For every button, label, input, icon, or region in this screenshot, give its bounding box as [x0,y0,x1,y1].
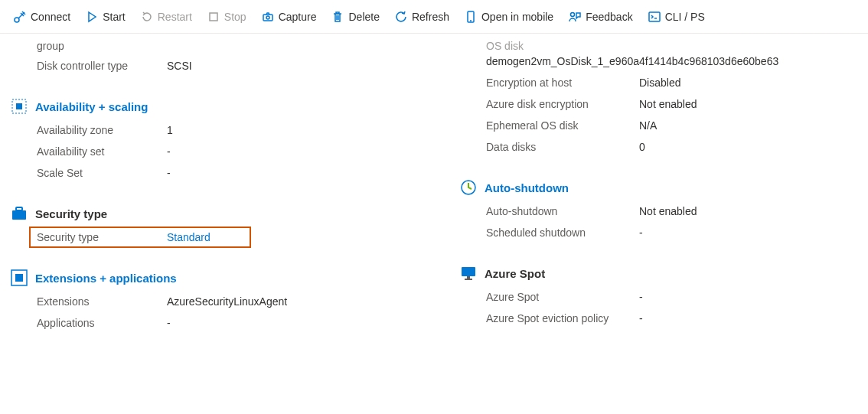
disk-controller-row: Disk controller type SCSI [37,55,437,77]
autoshutdown-value: Not enabled [639,205,860,217]
svg-rect-16 [467,276,470,279]
restart-button[interactable]: Restart [135,8,198,26]
security-type-value[interactable]: Standard [167,231,243,243]
restart-icon [141,11,153,23]
azure-spot-row: Azure Spot - [486,286,860,308]
monitor-icon [460,265,477,282]
stop-button[interactable]: Stop [201,8,253,26]
toolbar: Connect Start Restart Stop Capture Delet… [0,0,868,34]
svg-rect-1 [210,13,217,21]
applications-row: Applications - [37,312,437,334]
start-button[interactable]: Start [80,8,132,26]
extensions-title: Extensions + applications [35,272,177,285]
group-label: group [37,40,167,52]
os-disk-row: OS disk [486,40,860,55]
os-disk-label: OS disk [486,40,639,52]
autoshutdown-header[interactable]: Auto-shutdown [460,179,860,200]
restart-label: Restart [158,11,192,23]
delete-button[interactable]: Delete [325,8,385,26]
availability-icon [11,98,28,115]
extensions-header[interactable]: Extensions + applications [11,269,437,291]
mobile-icon [465,11,477,23]
spot-title: Azure Spot [485,267,545,280]
capture-icon [262,11,274,23]
availability-set-label: Availability set [37,145,167,158]
data-disks-label: Data disks [486,141,639,153]
scale-set-value: - [167,167,437,179]
availability-section: Availability + scaling Availability zone… [37,98,437,184]
availability-zone-label: Availability zone [37,124,167,136]
feedback-label: Feedback [586,11,632,23]
clock-icon [460,179,477,196]
spot-header: Azure Spot [460,265,860,286]
encryption-host-label: Encryption at host [486,77,639,89]
security-title: Security type [35,207,107,220]
availability-header[interactable]: Availability + scaling [11,98,437,119]
capture-label: Capture [279,11,317,23]
azure-spot-label: Azure Spot [486,291,639,303]
data-disks-value: 0 [639,141,860,153]
security-section: Security type Security type Standard [37,205,437,248]
connect-button[interactable]: Connect [8,8,77,26]
feedback-button[interactable]: Feedback [563,8,638,26]
play-icon [86,11,98,23]
extensions-icon [11,269,28,286]
spot-eviction-value: - [639,312,860,324]
left-column: group Disk controller type SCSI Availabi… [8,34,437,334]
azure-spot-value: - [639,291,860,303]
data-disks-row: Data disks 0 [486,136,860,158]
refresh-button[interactable]: Refresh [389,8,455,26]
applications-label: Applications [37,317,167,329]
svg-rect-15 [462,267,475,276]
svg-point-6 [571,12,575,16]
svg-rect-11 [16,207,22,210]
stop-icon [207,11,220,23]
disk-encryption-value: Not enabled [639,98,860,110]
svg-point-3 [266,16,269,19]
svg-rect-2 [263,15,272,21]
scheduled-shutdown-label: Scheduled shutdown [486,227,639,239]
capture-button[interactable]: Capture [256,8,323,26]
feedback-icon [569,11,581,23]
scale-set-row: Scale Set - [37,162,437,184]
cli-button[interactable]: CLI / PS [642,8,711,26]
availability-set-value: - [167,145,437,158]
scheduled-shutdown-row: Scheduled shutdown - [486,222,860,243]
extensions-value: AzureSecurityLinuxAgent [167,295,437,308]
refresh-icon [395,11,407,23]
delete-label: Delete [348,11,379,23]
security-header: Security type [11,205,437,227]
briefcase-icon [11,205,28,222]
svg-rect-10 [12,210,26,220]
cli-label: CLI / PS [665,11,705,23]
right-column: OS disk demogen2vm_OsDisk_1_e960a4f1414b… [452,34,860,334]
svg-rect-9 [16,103,22,109]
svg-rect-17 [465,279,472,280]
spot-section: Azure Spot Azure Spot - Azure Spot evict… [460,265,860,329]
extensions-section: Extensions + applications Extensions Azu… [37,269,437,334]
main-content: group Disk controller type SCSI Availabi… [0,34,868,349]
applications-value: - [167,317,437,329]
svg-rect-7 [649,12,660,21]
disk-controller-label: Disk controller type [37,60,167,72]
trash-icon [331,11,344,23]
extensions-row: Extensions AzureSecurityLinuxAgent [37,291,437,312]
disk-encryption-row: Azure disk encryption Not enabled [486,93,860,115]
disk-controller-value: SCSI [167,60,437,72]
encryption-host-value: Disabled [639,77,860,89]
connect-label: Connect [31,11,70,23]
availability-zone-value: 1 [167,124,437,136]
stop-label: Stop [224,11,246,23]
spot-eviction-row: Azure Spot eviction policy - [486,308,860,329]
open-mobile-label: Open in mobile [481,11,553,23]
start-label: Start [103,11,126,23]
svg-rect-13 [15,274,23,282]
availability-zone-row: Availability zone 1 [37,119,437,141]
encryption-host-row: Encryption at host Disabled [486,72,860,93]
security-type-label: Security type [37,231,167,243]
cli-icon [648,11,661,23]
autoshutdown-label: Auto-shutdown [486,205,639,217]
ephemeral-disk-label: Ephemeral OS disk [486,119,639,132]
truncated-row: group [37,40,437,55]
open-mobile-button[interactable]: Open in mobile [458,8,560,26]
